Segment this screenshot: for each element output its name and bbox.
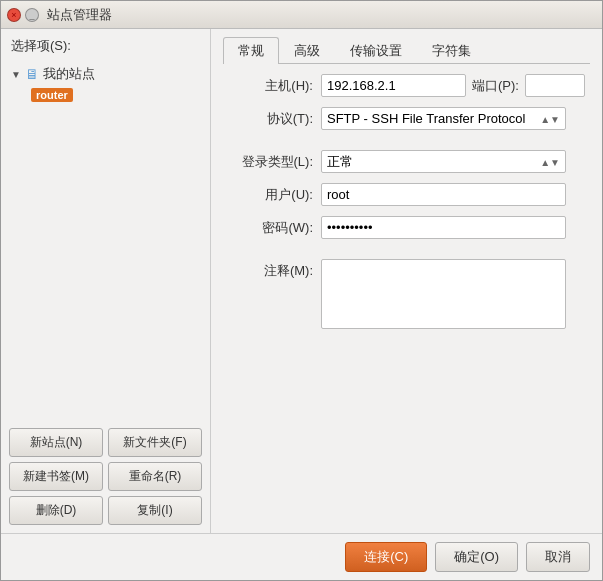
right-panel: 常规 高级 传输设置 字符集 主机(H): 端口(P): 协议(T): xyxy=(211,29,602,533)
host-label: 主机(H): xyxy=(223,77,313,95)
user-row: 用户(U): xyxy=(223,183,590,206)
protocol-row: 协议(T): SFTP - SSH File Transfer Protocol… xyxy=(223,107,590,130)
spacer2 xyxy=(223,249,590,259)
tab-general[interactable]: 常规 xyxy=(223,37,279,64)
user-input[interactable] xyxy=(321,183,566,206)
delete-button[interactable]: 删除(D) xyxy=(9,496,103,525)
tab-advanced[interactable]: 高级 xyxy=(279,37,335,64)
login-select-wrapper: 正常 ▲▼ xyxy=(321,150,566,173)
note-row: 注释(M): xyxy=(223,259,590,329)
tab-transfer[interactable]: 传输设置 xyxy=(335,37,417,64)
left-buttons: 新站点(N) 新文件夹(F) 新建书签(M) 重命名(R) 删除(D) 复制(I… xyxy=(1,420,210,533)
host-row: 主机(H): 端口(P): xyxy=(223,74,590,97)
login-type-row: 登录类型(L): 正常 ▲▼ xyxy=(223,150,590,173)
spacer1 xyxy=(223,140,590,150)
host-input[interactable] xyxy=(321,74,466,97)
tabs: 常规 高级 传输设置 字符集 xyxy=(223,37,590,64)
password-row: 密码(W): xyxy=(223,216,590,239)
protocol-select-wrapper: SFTP - SSH File Transfer Protocol ▲▼ xyxy=(321,107,566,130)
login-type-label: 登录类型(L): xyxy=(223,153,313,171)
form-area: 主机(H): 端口(P): 协议(T): SFTP - SSH File Tra… xyxy=(223,74,590,525)
tree-expand-arrow: ▼ xyxy=(11,69,21,80)
new-site-button[interactable]: 新站点(N) xyxy=(9,428,103,457)
connect-button[interactable]: 连接(C) xyxy=(345,542,427,572)
site-manager-window: × _ 站点管理器 选择项(S): ▼ 🖥 我的站点 router 新站点(N)… xyxy=(0,0,603,581)
cancel-button[interactable]: 取消 xyxy=(526,542,590,572)
copy-button[interactable]: 复制(I) xyxy=(108,496,202,525)
port-label: 端口(P): xyxy=(472,77,519,95)
port-input[interactable] xyxy=(525,74,585,97)
left-panel-label: 选择项(S): xyxy=(1,29,210,59)
rename-button[interactable]: 重命名(R) xyxy=(108,462,202,491)
tree-area: ▼ 🖥 我的站点 router xyxy=(1,59,210,420)
password-label: 密码(W): xyxy=(223,219,313,237)
window-controls: × _ xyxy=(7,8,39,22)
titlebar: × _ 站点管理器 xyxy=(1,1,602,29)
window-title: 站点管理器 xyxy=(47,6,112,24)
tree-root-label: 我的站点 xyxy=(43,65,95,83)
left-panel: 选择项(S): ▼ 🖥 我的站点 router 新站点(N) 新文件夹(F) 新… xyxy=(1,29,211,533)
tree-root-item[interactable]: ▼ 🖥 我的站点 xyxy=(1,63,210,85)
minimize-button[interactable]: _ xyxy=(25,8,39,22)
ok-button[interactable]: 确定(O) xyxy=(435,542,518,572)
user-label: 用户(U): xyxy=(223,186,313,204)
new-folder-button[interactable]: 新文件夹(F) xyxy=(108,428,202,457)
protocol-label: 协议(T): xyxy=(223,110,313,128)
tab-charset[interactable]: 字符集 xyxy=(417,37,486,64)
folder-icon: 🖥 xyxy=(25,66,39,82)
password-input[interactable] xyxy=(321,216,566,239)
bottom-bar: 连接(C) 确定(O) 取消 xyxy=(1,533,602,580)
new-bookmark-button[interactable]: 新建书签(M) xyxy=(9,462,103,491)
close-button[interactable]: × xyxy=(7,8,21,22)
note-label: 注释(M): xyxy=(223,259,313,280)
protocol-select[interactable]: SFTP - SSH File Transfer Protocol xyxy=(321,107,566,130)
tree-child-item[interactable]: router xyxy=(1,85,210,105)
note-textarea[interactable] xyxy=(321,259,566,329)
content-area: 选择项(S): ▼ 🖥 我的站点 router 新站点(N) 新文件夹(F) 新… xyxy=(1,29,602,533)
login-type-select[interactable]: 正常 xyxy=(321,150,566,173)
router-tag: router xyxy=(31,88,73,102)
